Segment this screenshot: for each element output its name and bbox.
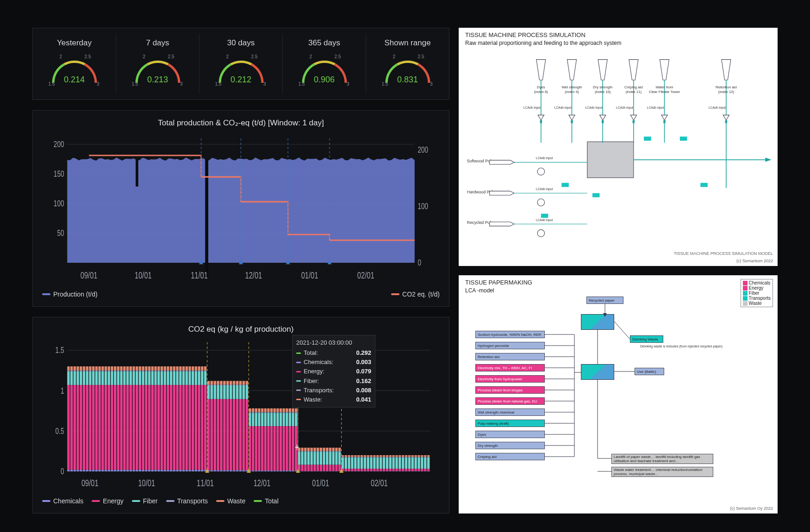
legend-total[interactable]: Total <box>254 497 279 505</box>
svg-rect-454 <box>326 448 328 451</box>
legend-energy[interactable]: Energy <box>92 497 123 505</box>
svg-rect-186 <box>161 385 163 470</box>
svg-rect-369 <box>274 408 276 412</box>
svg-text:Recycled Pulp: Recycled Pulp <box>467 220 493 225</box>
svg-rect-112 <box>114 371 116 385</box>
svg-rect-597 <box>417 458 420 469</box>
svg-rect-292 <box>226 385 229 399</box>
svg-rect-563 <box>395 457 398 457</box>
svg-rect-291 <box>226 399 229 470</box>
svg-rect-455 <box>329 471 331 471</box>
chart1-plot-area[interactable]: 20015010050200100009/0110/0111/0112/0101… <box>42 131 440 287</box>
svg-rect-539 <box>380 455 382 457</box>
svg-rect-282 <box>220 385 223 399</box>
svg-rect-62 <box>83 371 85 385</box>
svg-rect-565 <box>399 471 401 471</box>
lca-model-diagram[interactable]: TISSUE PAPERMAKING LCA -model ChemicalsE… <box>459 275 778 513</box>
legend-co2eq[interactable]: CO2 eq. (t/d) <box>391 291 440 298</box>
svg-rect-350 <box>264 470 267 471</box>
svg-rect-547 <box>386 458 388 469</box>
svg-rect-380 <box>282 470 285 471</box>
svg-rect-524 <box>370 455 372 457</box>
svg-rect-488 <box>348 457 350 457</box>
svg-rect-87 <box>98 371 100 385</box>
svg-rect-191 <box>164 385 166 470</box>
svg-rect-150 <box>139 470 141 471</box>
svg-rect-432 <box>313 452 316 464</box>
svg-rect-71 <box>89 385 91 470</box>
svg-rect-481 <box>344 469 347 471</box>
svg-marker-638 <box>567 60 576 80</box>
svg-rect-607 <box>424 458 426 469</box>
svg-rect-98 <box>105 371 107 371</box>
gauge-7-days: 7 days 1.5 2 2.5 3 0.213 <box>116 34 199 94</box>
svg-rect-249 <box>198 366 200 371</box>
process-simulation-diagram[interactable]: TISSUE MACHINE PROCESS SIMULATION Raw ma… <box>459 28 778 266</box>
svg-rect-60 <box>83 470 85 471</box>
legend-production[interactable]: Production (t/d) <box>42 291 98 298</box>
svg-rect-198 <box>167 371 169 371</box>
svg-rect-537 <box>380 458 382 469</box>
svg-rect-124 <box>120 366 122 371</box>
svg-rect-146 <box>136 385 138 470</box>
svg-rect-424 <box>307 448 310 451</box>
svg-rect-493 <box>351 457 353 457</box>
svg-rect-422 <box>307 452 310 464</box>
svg-rect-337 <box>255 413 257 426</box>
legend-fiber[interactable]: Fiber <box>132 497 158 505</box>
svg-rect-229 <box>186 366 188 371</box>
svg-rect-147 <box>136 371 138 385</box>
svg-text:02/01: 02/01 <box>371 477 388 488</box>
chart2-plot-area[interactable]: 1.510.50+09/0110/0111/0112/0101/0102/01 … <box>42 338 440 494</box>
svg-rect-551 <box>389 469 392 471</box>
svg-rect-457 <box>329 452 331 464</box>
svg-rect-227 <box>186 371 188 385</box>
svg-text:0: 0 <box>61 466 64 476</box>
legend-transports[interactable]: Transports <box>166 497 208 505</box>
svg-rect-293 <box>226 384 229 385</box>
svg-rect-532 <box>376 458 379 469</box>
svg-rect-501 <box>357 469 360 471</box>
lca-box: Electricity from hydropower <box>475 375 545 383</box>
svg-rect-106 <box>111 385 113 470</box>
svg-rect-473 <box>338 451 341 452</box>
svg-rect-701 <box>680 136 687 141</box>
svg-rect-166 <box>148 385 150 470</box>
svg-rect-437 <box>317 452 319 464</box>
svg-rect-104 <box>108 366 110 371</box>
svg-rect-311 <box>239 399 242 470</box>
svg-rect-284 <box>220 381 223 384</box>
svg-rect-472 <box>338 452 341 464</box>
svg-rect-134 <box>126 366 129 371</box>
svg-rect-398 <box>292 412 294 413</box>
svg-rect-76 <box>92 385 94 470</box>
svg-rect-490 <box>351 471 353 471</box>
svg-rect-474 <box>338 448 341 451</box>
svg-rect-44 <box>70 366 73 371</box>
svg-rect-154 <box>139 366 141 371</box>
legend-chemicals[interactable]: Chemicals <box>42 497 83 505</box>
svg-marker-645 <box>598 60 607 80</box>
svg-rect-347 <box>261 413 263 426</box>
legend-waste[interactable]: Waste <box>216 497 245 505</box>
svg-rect-270 <box>213 470 216 471</box>
svg-rect-494 <box>351 455 353 457</box>
svg-rect-50 <box>76 470 79 471</box>
svg-rect-277 <box>217 385 219 399</box>
gauge-value: 0.212 <box>213 75 269 85</box>
svg-rect-304 <box>233 381 236 384</box>
svg-rect-609 <box>424 455 426 457</box>
svg-rect-593 <box>414 457 417 457</box>
svg-rect-287 <box>223 385 226 399</box>
svg-rect-436 <box>317 465 319 471</box>
svg-rect-202 <box>170 371 172 385</box>
svg-rect-434 <box>313 448 316 451</box>
svg-rect-305 <box>236 470 239 471</box>
svg-rect-604 <box>421 455 423 457</box>
svg-rect-142 <box>132 371 135 385</box>
svg-rect-512 <box>364 458 366 469</box>
svg-rect-399 <box>292 408 294 412</box>
svg-rect-608 <box>424 457 426 457</box>
svg-rect-39 <box>67 366 69 371</box>
diagram1-title: TISSUE MACHINE PROCESS SIMULATION <box>465 31 586 38</box>
